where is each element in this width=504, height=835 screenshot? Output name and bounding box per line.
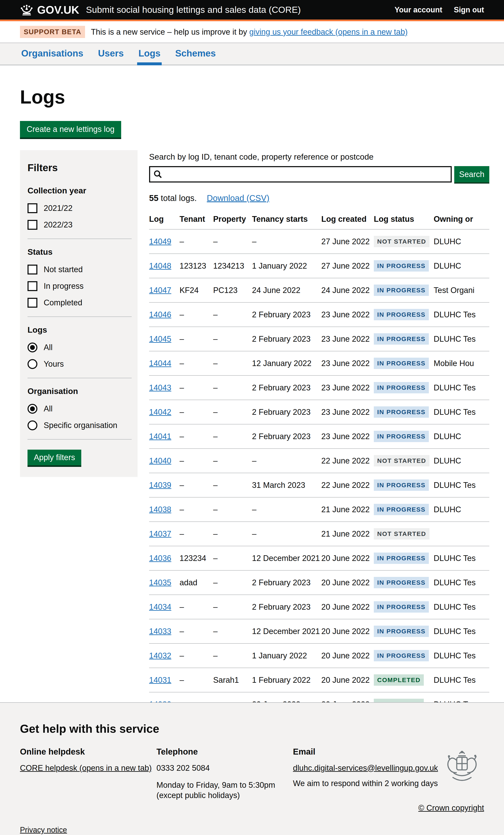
nav-tab-organisations[interactable]: Organisations: [20, 43, 85, 65]
log-link[interactable]: 14035: [149, 578, 172, 587]
cell-log-id: 14032: [149, 643, 180, 668]
log-link[interactable]: 14043: [149, 383, 172, 392]
log-link[interactable]: 14037: [149, 529, 172, 538]
log-link[interactable]: 14045: [149, 334, 172, 344]
radio-specific-organisation[interactable]: [27, 421, 37, 430]
status-badge: IN PROGRESS: [374, 601, 429, 613]
cell-tenant: –: [180, 229, 213, 253]
status-badge: IN PROGRESS: [374, 650, 429, 661]
filter-option-label: Completed: [44, 298, 82, 307]
log-link[interactable]: 14040: [149, 456, 172, 465]
cell-log-created: 23 June 2022: [321, 375, 374, 400]
govuk-logotype[interactable]: GOV.UK: [37, 4, 79, 16]
search-input[interactable]: [149, 166, 452, 183]
cell-log-created: 27 June 2022: [321, 253, 374, 278]
sign-out-link[interactable]: Sign out: [454, 5, 484, 14]
checkbox-2021-22[interactable]: [27, 203, 37, 213]
filter-group-label: Organisation: [27, 387, 132, 396]
log-link[interactable]: 14046: [149, 310, 172, 319]
cell-owning-organisation: DLUHC Tes: [434, 668, 489, 692]
filter-group-label: Status: [27, 247, 132, 257]
your-account-link[interactable]: Your account: [395, 5, 442, 14]
email-note: We aim to respond within 2 working days: [293, 779, 452, 788]
download-csv-link[interactable]: Download (CSV): [207, 194, 269, 203]
cell-log-created: 20 June 2022: [321, 570, 374, 594]
cell-log-id: 14031: [149, 668, 180, 692]
cell-tenancy-starts: 31 March 2023: [252, 473, 321, 497]
radio-all[interactable]: [27, 404, 37, 414]
cell-log-id: 14038: [149, 497, 180, 522]
log-link[interactable]: 14048: [149, 262, 172, 270]
checkbox-not-started[interactable]: [27, 265, 37, 274]
status-badge: IN PROGRESS: [374, 333, 429, 345]
radio-all[interactable]: [27, 343, 37, 352]
create-lettings-log-button[interactable]: Create a new lettings log: [20, 121, 121, 138]
checkbox-2022-23[interactable]: [27, 220, 37, 230]
cell-log-id: 14042: [149, 400, 180, 424]
radio-yours[interactable]: [27, 359, 37, 369]
log-link[interactable]: 14038: [149, 505, 172, 514]
log-link[interactable]: 14039: [149, 481, 172, 490]
log-link[interactable]: 14044: [149, 359, 172, 368]
service-name[interactable]: Submit social housing lettings and sales…: [86, 5, 301, 15]
search-button[interactable]: Search: [454, 166, 489, 183]
cell-log-id: 14033: [149, 619, 180, 643]
filter-option-label: In progress: [44, 282, 84, 291]
cell-log-created: 20 June 2022: [321, 643, 374, 668]
log-link[interactable]: 14031: [149, 676, 172, 685]
cell-tenant: –: [180, 668, 213, 692]
cell-log-created: 21 June 2022: [321, 522, 374, 546]
footer-email-column: Email dluhc.digital-services@levellingup…: [293, 747, 452, 805]
filter-option-row: Specific organisation: [27, 421, 132, 430]
cell-tenant: –: [180, 351, 213, 375]
nav-tab-users[interactable]: Users: [97, 43, 125, 65]
cell-owning-organisation: DLUHC Tes: [434, 546, 489, 570]
nav-tab-logs[interactable]: Logs: [137, 43, 162, 65]
cell-property: –: [213, 448, 252, 473]
status-badge: IN PROGRESS: [374, 626, 429, 637]
log-link[interactable]: 14036: [149, 554, 172, 563]
cell-owning-organisation: DLUHC Tes: [434, 619, 489, 643]
cell-property: –: [213, 400, 252, 424]
log-link[interactable]: 14049: [149, 237, 172, 246]
cell-log-status: IN PROGRESS: [374, 375, 434, 400]
footer-title: Get help with this service: [20, 722, 484, 735]
log-link[interactable]: 14047: [149, 286, 172, 295]
cell-log-status: IN PROGRESS: [374, 473, 434, 497]
cell-log-status: IN PROGRESS: [374, 570, 434, 594]
search-icon: [153, 170, 163, 180]
cell-log-status: IN PROGRESS: [374, 546, 434, 570]
cell-tenant: –: [180, 424, 213, 448]
status-badge: IN PROGRESS: [374, 577, 429, 588]
cell-log-status: IN PROGRESS: [374, 424, 434, 448]
filter-group-label: Logs: [27, 325, 132, 334]
core-helpdesk-link[interactable]: CORE helpdesk (opens in a new tab): [20, 763, 152, 772]
page-title: Logs: [20, 86, 484, 108]
feedback-link[interactable]: giving us your feedback (opens in a new …: [249, 27, 408, 36]
checkbox-completed[interactable]: [27, 298, 37, 308]
privacy-notice-link[interactable]: Privacy notice: [20, 826, 67, 834]
cell-property: –: [213, 229, 252, 253]
log-link[interactable]: 14032: [149, 651, 172, 660]
logs-table: LogTenantPropertyTenancy startsLog creat…: [149, 213, 489, 717]
cell-log-status: IN PROGRESS: [374, 619, 434, 643]
crown-copyright-link[interactable]: © Crown copyright: [418, 803, 484, 812]
cell-owning-organisation: DLUHC: [434, 253, 489, 278]
log-link[interactable]: 14041: [149, 432, 172, 441]
telephone-hours-line1: Monday to Friday, 9am to 5:30pm: [157, 780, 293, 790]
cell-owning-organisation: Test Organi: [434, 278, 489, 302]
log-link[interactable]: 14034: [149, 603, 172, 612]
status-badge: NOT STARTED: [374, 528, 429, 539]
log-link[interactable]: 14042: [149, 408, 172, 417]
nav-tab-schemes[interactable]: Schemes: [174, 43, 217, 65]
cell-property: –: [213, 327, 252, 351]
email-link[interactable]: dluhc.digital-services@levellingup.gov.u…: [293, 763, 438, 772]
log-link[interactable]: 14033: [149, 627, 172, 636]
apply-filters-button[interactable]: Apply filters: [27, 450, 81, 465]
checkbox-in-progress[interactable]: [27, 281, 37, 291]
cell-owning-organisation: Mobile Hou: [434, 351, 489, 375]
cell-log-id: 14048: [149, 253, 180, 278]
phase-banner-prefix: This is a new service – help us improve …: [91, 27, 249, 36]
cell-log-status: IN PROGRESS: [374, 278, 434, 302]
status-badge: IN PROGRESS: [374, 504, 429, 515]
